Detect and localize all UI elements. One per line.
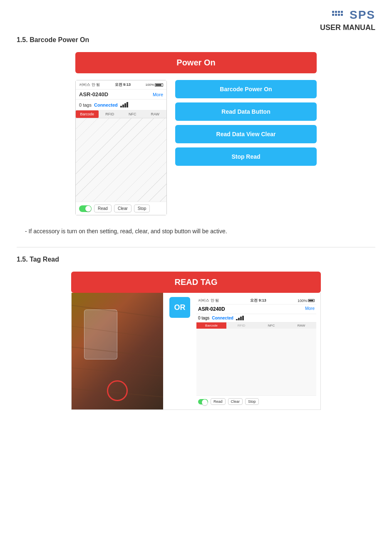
logo-text: SPS xyxy=(350,8,375,22)
phone-time-1: 오전 9:13 xyxy=(115,82,131,87)
phone-signal-icon-1 xyxy=(120,102,128,107)
battery-percent-1: 100% xyxy=(146,83,154,87)
svg-rect-5 xyxy=(338,14,340,16)
phone-read-btn-1[interactable]: Read xyxy=(94,205,112,212)
or-button[interactable]: OR xyxy=(169,297,190,318)
svg-rect-4 xyxy=(335,14,337,16)
tagread-content: OR 서비스 안 됨 오전 9:13 100% xyxy=(71,293,321,410)
phone-mockup-2: 서비스 안 됨 오전 9:13 100% ASR-0240D More xyxy=(196,293,320,407)
phone-tab-rfid-2[interactable]: RFID xyxy=(226,322,256,329)
phone-tab-nfc-2[interactable]: NFC xyxy=(256,322,286,329)
phone-tabs-2: Barcode RFID NFC RAW xyxy=(196,322,316,329)
info-text-1: If accessory is turn on then setting, re… xyxy=(25,228,375,235)
sig-bar-2-3 xyxy=(240,317,242,320)
phone-more-1: More xyxy=(153,92,163,97)
svg-rect-2 xyxy=(338,11,340,13)
toggle-on-1[interactable] xyxy=(79,205,92,212)
phone-tags-row-2: 0 tags Connected xyxy=(196,314,316,322)
svg-rect-7 xyxy=(341,14,343,16)
poweron-content: 서비스 안 됨 오전 9:13 100% ASR-0240D More xyxy=(75,80,317,215)
phone-read-btn-2[interactable]: Read xyxy=(211,398,226,405)
phone-battery-2: 100% xyxy=(298,298,315,303)
header-top: SPS USER MANUAL xyxy=(320,8,375,32)
phone-connected-1: Connected xyxy=(94,102,118,107)
phone-bottom-bar-2: Read Clear Stop xyxy=(196,395,316,407)
manual-title: USER MANUAL xyxy=(320,23,375,32)
svg-line-10 xyxy=(72,347,163,357)
tag-read-photo xyxy=(72,293,163,409)
section-divider xyxy=(17,247,375,247)
phone-time-2: 오전 9:13 xyxy=(250,298,266,303)
phone-clear-btn-1[interactable]: Clear xyxy=(114,205,131,212)
poweron-diagram: Power On 서비스 안 됨 오전 9:13 100% xyxy=(75,52,317,215)
phone-title-row-2: ASR-0240D More xyxy=(196,304,316,314)
section1-title: 1.5. Barcode Power On xyxy=(17,36,375,44)
phone-tags-row-1: 0 tags Connected xyxy=(76,100,166,110)
phone-device-name-1: ASR-0240D xyxy=(79,91,108,97)
logo-dots-icon xyxy=(332,11,347,19)
phone-tags-count-1: 0 tags xyxy=(79,102,92,107)
battery-fill-2 xyxy=(309,300,313,301)
battery-fill-1 xyxy=(156,84,161,86)
phone-signal-icon-2 xyxy=(236,316,244,320)
phone-tab-nfc-1[interactable]: NFC xyxy=(121,110,144,118)
poweron-diagram-area: Power On 서비스 안 됨 오전 9:13 100% xyxy=(17,52,375,215)
phone-status-bar-2: 서비스 안 됨 오전 9:13 100% xyxy=(196,297,316,304)
tagread-diagram: READ TAG OR xyxy=(71,272,321,410)
section-barcode-power-on: 1.5. Barcode Power On Power On 서비스 안 됨 오… xyxy=(17,36,375,235)
svg-rect-0 xyxy=(332,11,334,13)
battery-percent-2: 100% xyxy=(298,299,307,303)
phone-connected-2: Connected xyxy=(212,316,233,320)
battery-bar-icon-2 xyxy=(308,299,315,302)
phone-tab-raw-2[interactable]: RAW xyxy=(286,322,316,329)
svg-rect-6 xyxy=(341,11,343,13)
phone-mockup-1: 서비스 안 됨 오전 9:13 100% ASR-0240D More xyxy=(75,80,167,215)
phone-tab-barcode-1[interactable]: Barcode xyxy=(76,110,99,118)
barcode-power-on-btn[interactable]: Barcode Power On xyxy=(175,80,317,98)
phone-bottom-bar-1: Read Clear Stop xyxy=(76,202,166,215)
phone-more-2: More xyxy=(305,306,315,312)
phone-content-area-1 xyxy=(76,118,166,202)
sig-bar-2-1 xyxy=(236,319,238,320)
phone-tags-count-2: 0 tags xyxy=(198,316,209,320)
phone-battery-1: 100% xyxy=(146,83,163,87)
section2-title: 1.5. Tag Read xyxy=(17,256,375,263)
phone-tab-barcode-2[interactable]: Barcode xyxy=(196,322,226,329)
toggle-on-2[interactable] xyxy=(198,399,208,404)
sig-bar-1 xyxy=(120,106,122,107)
sig-bar-2-2 xyxy=(238,318,240,320)
read-data-button-btn[interactable]: Read Data Button xyxy=(175,102,317,121)
logo-grid-icon xyxy=(332,11,347,19)
svg-rect-3 xyxy=(332,14,334,16)
phone-clear-btn-2[interactable]: Clear xyxy=(228,398,243,405)
header: SPS USER MANUAL xyxy=(17,8,375,32)
phone-service-1: 서비스 안 됨 xyxy=(79,82,100,87)
phone-tab-raw-1[interactable]: RAW xyxy=(144,110,167,118)
logo-row: SPS xyxy=(332,8,375,22)
phone-tab-rfid-1[interactable]: RFID xyxy=(99,110,122,118)
sig-bar-3 xyxy=(124,103,126,107)
svg-rect-1 xyxy=(335,11,337,13)
read-tag-bar: READ TAG xyxy=(71,272,321,293)
battery-bar-icon-1 xyxy=(155,83,163,87)
or-area: OR xyxy=(163,293,196,322)
phone-stop-btn-2[interactable]: Stop xyxy=(245,398,259,405)
stop-read-btn[interactable]: Stop Read xyxy=(175,147,317,166)
phone-device-name-2: ASR-0240D xyxy=(198,306,225,312)
svg-line-11 xyxy=(72,368,163,376)
phone-status-bar-1: 서비스 안 됨 오전 9:13 100% xyxy=(76,80,166,90)
phone-tabs-1: Barcode RFID NFC RAW xyxy=(76,110,166,118)
phone-stop-btn-1[interactable]: Stop xyxy=(134,205,150,212)
svg-line-8 xyxy=(72,305,163,318)
phone-content-area-2 xyxy=(196,329,316,395)
power-on-bar: Power On xyxy=(75,52,317,73)
svg-line-9 xyxy=(72,326,163,339)
read-data-view-clear-btn[interactable]: Read Data View Clear xyxy=(175,125,317,143)
sig-bar-2-4 xyxy=(242,316,244,320)
sig-bar-4 xyxy=(127,102,128,107)
photo-circle-overlay xyxy=(107,380,128,401)
sig-bar-2 xyxy=(122,105,124,107)
section-tag-read: 1.5. Tag Read READ TAG xyxy=(17,256,375,410)
tagread-diagram-area: READ TAG OR xyxy=(17,272,375,410)
action-buttons-panel: Barcode Power On Read Data Button Read D… xyxy=(175,80,317,215)
